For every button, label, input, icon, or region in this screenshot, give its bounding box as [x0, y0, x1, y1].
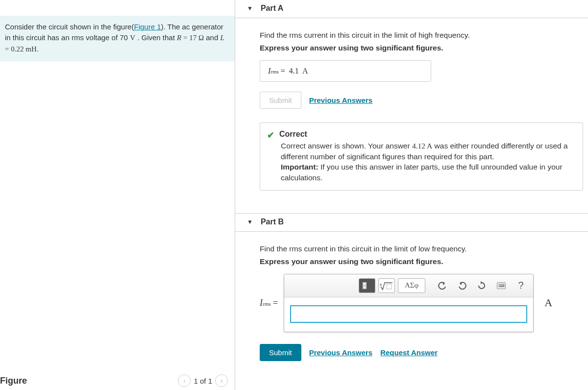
part-a-header[interactable]: ▼ Part A — [235, 0, 588, 18]
equation-editor: x ΑΣφ ⌨ — [284, 274, 534, 332]
caret-down-icon: ▼ — [247, 5, 253, 12]
part-b-submit-button[interactable]: Submit — [260, 344, 301, 361]
figure-pager: 1 of 1 — [194, 377, 212, 385]
undo-button[interactable] — [434, 278, 451, 293]
keyboard-icon: ⌨ — [497, 282, 506, 289]
part-a-instruction: Express your answer using two significan… — [260, 44, 588, 52]
part-a-previous-answers-link[interactable]: Previous Answers — [309, 96, 373, 104]
part-b-request-answer-link[interactable]: Request Answer — [380, 348, 438, 357]
template-root-button[interactable]: x — [378, 278, 395, 293]
feedback-title: Correct — [279, 130, 307, 139]
part-b-unit: A — [544, 296, 552, 309]
figure-link[interactable]: Figure 1 — [134, 23, 161, 31]
part-b-answer-input[interactable] — [290, 305, 527, 323]
redo-button[interactable] — [454, 278, 470, 293]
part-a-prompt: Find the rms current in this circuit in … — [260, 31, 588, 40]
part-a-answer-display: Irms = 4.1 A — [260, 60, 431, 82]
check-icon: ✔ — [267, 130, 274, 141]
part-b-header[interactable]: ▼ Part B — [235, 213, 588, 232]
problem-statement: Consider the circuit shown in the figure… — [0, 16, 235, 61]
reset-button[interactable] — [473, 278, 490, 293]
part-a-title: Part A — [261, 4, 284, 13]
part-b-prompt: Find the rms current in this circuit in … — [260, 244, 588, 253]
figure-panel: Figure ‹ 1 of 1 › — [0, 374, 235, 390]
figure-prev-button[interactable]: ‹ — [178, 374, 191, 387]
svg-rect-4 — [387, 284, 392, 289]
help-button[interactable]: ? — [513, 278, 529, 293]
problem-text: Consider the circuit shown in the figure… — [5, 23, 134, 31]
greek-symbols-button[interactable]: ΑΣφ — [398, 278, 425, 293]
part-b-instruction: Express your answer using two significan… — [260, 257, 588, 266]
part-b-previous-answers-link[interactable]: Previous Answers — [309, 348, 373, 357]
svg-text:x: x — [380, 282, 382, 287]
caret-down-icon: ▼ — [247, 219, 253, 225]
part-b-answer-label: Irms = — [260, 298, 278, 308]
equation-toolbar: x ΑΣφ ⌨ — [284, 274, 533, 297]
keyboard-button[interactable]: ⌨ — [493, 278, 510, 293]
figure-next-button[interactable]: › — [215, 374, 228, 387]
figure-title: Figure — [0, 376, 27, 386]
part-b-title: Part B — [261, 218, 284, 226]
part-a-submit-button: Submit — [260, 92, 301, 109]
part-a-feedback: ✔ Correct Correct answer is shown. Your … — [260, 122, 583, 191]
template-fraction-button[interactable] — [359, 278, 375, 293]
